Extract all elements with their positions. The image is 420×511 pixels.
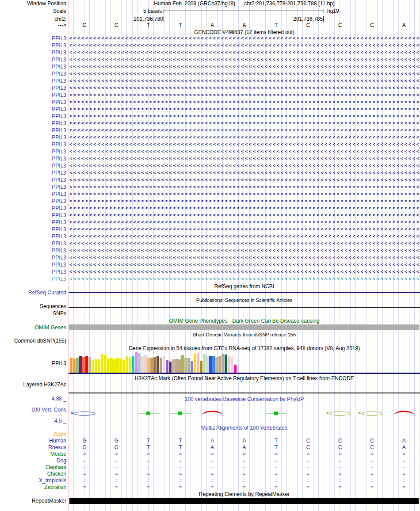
gencode-gene-label[interactable]: PPIL3 [0, 134, 66, 141]
gtex-tissue-bar[interactable] [153, 357, 156, 373]
gtex-tissue-bar[interactable] [116, 358, 119, 373]
gencode-transcript-row[interactable]: <<<<<<<<<<<<<<<<<<<<<<<<<<<<<<<<<<<<<<<<… [69, 43, 419, 48]
gtex-tissue-bar[interactable] [231, 357, 233, 373]
gencode-transcript-row[interactable]: <<<<<<<<<<<<<<<<<<<<<<<<<<<<<<<<<<<<<<<<… [69, 269, 419, 275]
gencode-transcript-row[interactable]: <<<<<<<<<<<<<<<<<<<<<<<<<<<<<<<<<<<<<<<<… [69, 241, 419, 246]
gtex-tissue-bar[interactable] [225, 355, 227, 373]
gencode-transcript-row[interactable]: <<<<<<<<<<<<<<<<<<<<<<<<<<<<<<<<<<<<<<<<… [69, 213, 419, 218]
side-label-refseq-curated[interactable]: RefSeq Curated [0, 289, 66, 296]
phylop-lens-mark[interactable] [329, 412, 351, 416]
gtex-tissue-bar[interactable] [70, 358, 73, 373]
gtex-tissue-bar[interactable] [79, 356, 82, 373]
gencode-transcript-row[interactable]: <<<<<<<<<<<<<<<<<<<<<<<<<<<<<<<<<<<<<<<<… [69, 206, 419, 211]
gencode-gene-label[interactable]: PPIL3 [0, 106, 66, 113]
side-label-layered-h3k27ac[interactable]: Layered H3K27Ac [0, 381, 66, 388]
gencode-gene-label[interactable]: PPIL3 [0, 35, 66, 42]
side-label-ppil3[interactable]: PPIL3 [0, 360, 66, 367]
gtex-tissue-bar[interactable] [221, 354, 224, 373]
gtex-tissue-bar[interactable] [76, 358, 79, 373]
gencode-gene-label[interactable]: PPIL3 [0, 176, 66, 183]
gtex-tissue-bar[interactable] [200, 361, 202, 373]
gtex-tissue-bar[interactable] [191, 361, 193, 373]
gencode-gene-label[interactable]: PPIL3 [0, 49, 66, 56]
gtex-tissue-bar[interactable] [132, 356, 134, 373]
gencode-gene-label[interactable]: PPIL3 [0, 99, 66, 106]
gencode-gene-label[interactable]: PPIL3 [0, 162, 66, 169]
gencode-transcript-row[interactable]: <<<<<<<<<<<<<<<<<<<<<<<<<<<<<<<<<<<<<<<<… [69, 156, 419, 161]
gtex-tissue-bar[interactable] [160, 358, 162, 373]
gencode-gene-label[interactable]: PPIL3 [0, 254, 66, 261]
gtex-tissue-bar[interactable] [169, 362, 172, 373]
omim-genes-track-bar[interactable] [69, 324, 419, 330]
gencode-gene-label[interactable]: PPIL3 [0, 226, 66, 233]
gtex-tissue-bar[interactable] [95, 359, 97, 373]
gencode-transcript-row[interactable]: <<<<<<<<<<<<<<<<<<<<<<<<<<<<<<<<<<<<<<<<… [69, 114, 419, 119]
gencode-gene-label[interactable]: PPIL3 [0, 205, 66, 212]
gencode-transcript-row[interactable]: <<<<<<<<<<<<<<<<<<<<<<<<<<<<<<<<<<<<<<<<… [69, 92, 419, 98]
gtex-tissue-bar[interactable] [212, 356, 215, 373]
gencode-transcript-row[interactable]: <<<<<<<<<<<<<<<<<<<<<<<<<<<<<<<<<<<<<<<<… [69, 262, 419, 267]
gencode-transcript-row[interactable]: <<<<<<<<<<<<<<<<<<<<<<<<<<<<<<<<<<<<<<<<… [69, 121, 419, 126]
gtex-gene-model-line[interactable] [69, 373, 420, 374]
species-label-chicken[interactable]: Chicken [0, 470, 66, 477]
phylop-lens-mark[interactable] [73, 412, 95, 416]
gencode-gene-label[interactable]: PPIL3 [0, 77, 66, 84]
gtex-tissue-bar[interactable] [110, 358, 113, 373]
gtex-tissue-bar[interactable] [166, 360, 168, 373]
gencode-transcript-row[interactable]: <<<<<<<<<<<<<<<<<<<<<<<<<<<<<<<<<<<<<<<<… [69, 50, 419, 55]
gencode-transcript-row[interactable]: <<<<<<<<<<<<<<<<<<<<<<<<<<<<<<<<<<<<<<<<… [69, 149, 419, 154]
gtex-tissue-bar[interactable] [88, 357, 91, 373]
gtex-tissue-bar[interactable] [181, 355, 184, 373]
gencode-gene-label[interactable]: PPIL3 [0, 84, 66, 92]
gtex-tissue-bar[interactable] [228, 356, 230, 373]
gtex-tissue-bar[interactable] [206, 356, 209, 373]
gencode-gene-label[interactable]: PPIL3 [0, 120, 66, 127]
gencode-transcript-row[interactable]: <<<<<<<<<<<<<<<<<<<<<<<<<<<<<<<<<<<<<<<<… [69, 220, 419, 225]
gencode-transcript-row[interactable]: <<<<<<<<<<<<<<<<<<<<<<<<<<<<<<<<<<<<<<<<… [69, 135, 419, 140]
gtex-tissue-bar[interactable] [187, 358, 190, 373]
gencode-transcript-row[interactable]: <<<<<<<<<<<<<<<<<<<<<<<<<<<<<<<<<<<<<<<<… [69, 71, 419, 76]
gtex-tissue-bar[interactable] [82, 357, 85, 373]
gtex-tissue-bar[interactable] [184, 358, 187, 373]
gencode-gene-label[interactable]: PPIL3 [0, 155, 66, 162]
sequences-track-line[interactable] [69, 307, 420, 308]
gtex-tissue-bar[interactable] [172, 359, 175, 373]
gtex-tissue-bar[interactable] [150, 358, 153, 373]
species-label-human[interactable]: Human [0, 437, 66, 444]
species-label-rhesus[interactable]: Rhesus [0, 444, 66, 451]
gencode-transcript-row[interactable]: <<<<<<<<<<<<<<<<<<<<<<<<<<<<<<<<<<<<<<<<… [69, 177, 419, 183]
gtex-tissue-bar[interactable] [129, 357, 131, 373]
gencode-transcript-row[interactable]: <<<<<<<<<<<<<<<<<<<<<<<<<<<<<<<<<<<<<<<<… [69, 99, 419, 105]
gencode-gene-label[interactable]: PPIL3 [0, 233, 66, 240]
gtex-tissue-bar[interactable] [175, 359, 178, 373]
phylop-square-mark[interactable] [274, 412, 278, 415]
gencode-gene-label[interactable]: PPIL3 [0, 63, 66, 70]
refseq-curated-track-line[interactable] [69, 292, 420, 293]
gencode-gene-label[interactable]: PPIL3 [0, 92, 66, 99]
repeatmasker-track-bar[interactable] [69, 498, 419, 504]
gencode-gene-label[interactable]: PPIL3 [0, 141, 66, 148]
gtex-tissue-bar[interactable] [144, 355, 147, 373]
gtex-tissue-bar[interactable] [104, 355, 107, 373]
gencode-gene-label[interactable]: PPIL3 [0, 148, 66, 155]
gtex-tissue-bar[interactable] [101, 354, 103, 373]
gencode-transcript-row[interactable]: <<<<<<<<<<<<<<<<<<<<<<<<<<<<<<<<<<<<<<<<… [69, 128, 419, 133]
gencode-gene-label[interactable]: PPIL3 [0, 127, 66, 134]
gtex-tissue-bar[interactable] [147, 358, 150, 373]
phylop-square-mark[interactable] [146, 412, 150, 415]
gtex-tissue-bar[interactable] [157, 356, 159, 373]
gencode-transcript-row[interactable]: <<<<<<<<<<<<<<<<<<<<<<<<<<<<<<<<<<<<<<<<… [69, 163, 419, 168]
gencode-gene-label[interactable]: PPIL3 [0, 183, 66, 191]
side-label-omim-genes[interactable]: OMIM Genes [0, 324, 66, 331]
side-label-100-vert-cons[interactable]: 100 Vert. Cons [0, 406, 66, 413]
gencode-gene-label[interactable]: PPIL3 [0, 113, 66, 120]
gencode-transcript-row[interactable]: <<<<<<<<<<<<<<<<<<<<<<<<<<<<<<<<<<<<<<<<… [69, 227, 419, 232]
gencode-gene-label[interactable]: PPIL3 [0, 191, 66, 198]
gtex-tissue-bar[interactable] [234, 365, 237, 373]
gtex-tissue-bar[interactable] [194, 354, 196, 373]
gtex-tissue-bar[interactable] [119, 358, 122, 373]
gencode-transcript-row[interactable]: <<<<<<<<<<<<<<<<<<<<<<<<<<<<<<<<<<<<<<<<… [69, 78, 419, 84]
gencode-gene-label[interactable]: PPIL3 [0, 247, 66, 254]
gtex-tissue-bar[interactable] [163, 356, 165, 373]
gencode-transcript-row[interactable]: <<<<<<<<<<<<<<<<<<<<<<<<<<<<<<<<<<<<<<<<… [69, 276, 419, 282]
